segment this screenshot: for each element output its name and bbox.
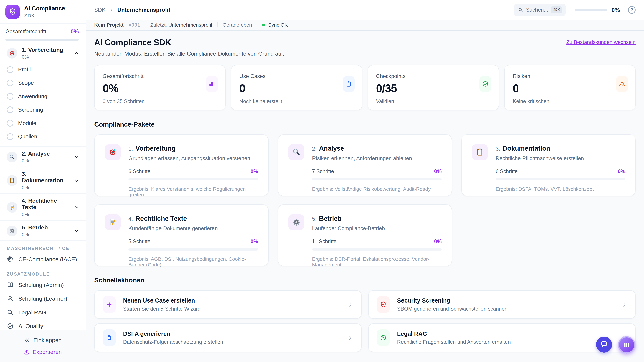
main-area: SDK Unternehmensprofil Suchen... ⌘K 0% ?… [86,0,644,362]
topbar: SDK Unternehmensprofil Suchen... ⌘K 0% ? [86,0,644,20]
package-card-rechtliche-texte[interactable]: 4.Rechtliche Texte Kundenfähige Dokument… [94,204,268,266]
radio-circle-icon [7,120,14,126]
shield-check-icon [5,4,20,19]
chevron-down-icon[interactable] [74,178,80,183]
quick-action-dsfa[interactable]: DSFA generieren Datenschutz-Folgenabscha… [94,324,362,352]
export-button[interactable]: Exportieren [22,347,64,357]
version-badge: V001 [129,22,140,28]
overall-progress-block: Gesamtfortschritt 0% [0,24,86,43]
book-open-icon [7,281,14,289]
overall-progress-value: 0% [70,28,79,35]
sidebar-item-ai-quality[interactable]: AI Quality [0,319,86,330]
chevron-right-icon [347,302,353,308]
chat-bubble-icon [600,341,608,349]
radio-circle-icon [7,106,14,113]
sidebar-item-legal-rag[interactable]: Legal RAG [0,306,86,319]
sidebar-step-profil[interactable]: Profil [0,63,86,76]
sidebar-nav: 1. Vorbereitung 0% Profil Scope [0,43,86,330]
package-progress-bar [312,248,442,251]
collapse-sidebar-button[interactable]: Einklappen [22,335,64,346]
quick-action-security-screening[interactable]: Security Screening SBOM generieren und S… [368,290,636,319]
gear-icon [7,226,18,236]
overall-progress-label: Gesamtfortschritt [5,28,46,34]
package-progress-bar [312,178,442,180]
overall-progress-bar [5,39,79,41]
sidebar: AI Compliance SDK Gesamtfortschritt 0% [0,0,86,362]
package-card-vorbereitung[interactable]: 1.Vorbereitung Grundlagen erfassen, Ausg… [94,134,268,196]
package-progress-bar [128,178,258,180]
chevron-right-icon [621,302,627,308]
chat-fab-button[interactable] [596,337,612,353]
radio-circle-icon [7,133,14,140]
user-icon [7,295,14,302]
chevron-up-icon[interactable] [74,50,80,56]
stat-cards: Gesamtfortschritt 0% 0 von 35 Schritten … [94,65,636,110]
memo-icon [105,214,121,230]
package-card-analyse[interactable]: 2.Analyse Risiken erkennen, Anforderunge… [278,134,452,196]
last-saved-time: Gerade eben [222,22,252,28]
breadcrumb: SDK Unternehmensprofil [94,7,170,13]
package-progress-bar [128,248,258,251]
package-progress-bar [496,178,625,180]
kanban-columns-icon [622,341,630,349]
sidebar-item-ce-compliance[interactable]: CE-Compliance (IACE) [0,252,86,266]
target-icon [105,144,121,160]
stat-card-gesamtfortschritt: Gesamtfortschritt 0% 0 von 35 Schritten [94,65,226,110]
app-subtitle: SDK [24,13,65,18]
check-circle-icon [480,76,491,92]
quick-action-legal-rag[interactable]: Legal RAG Rechtliche Fragen stellen und … [368,324,636,352]
sidebar-item-vorbereitung[interactable]: 1. Vorbereitung 0% [0,43,86,63]
file-text-icon [103,330,116,346]
switch-mode-link[interactable]: Zu Bestandskunden wechseln [566,39,636,45]
quick-action-new-use-case[interactable]: Neuen Use Case erstellen Starten Sie den… [94,290,362,319]
app-title: AI Compliance [24,5,65,12]
sidebar-step-scope[interactable]: Scope [0,76,86,90]
section-label-zusatzmodule: ZUSATZMODULE [0,267,86,278]
alert-triangle-icon [616,76,628,92]
stat-card-use-cases: Use Cases 0 Noch keine erstellt [231,65,362,110]
breadcrumb-sdk[interactable]: SDK [94,7,106,13]
sidebar-item-betrieb[interactable]: 5. Betrieb 0% [0,221,86,241]
last-step-value: Unternehmensprofil [168,22,212,28]
radio-circle-icon [7,66,14,73]
chevron-down-icon[interactable] [74,228,80,234]
plus-icon [103,296,116,313]
stat-card-risiken: Risiken 0 Keine kritischen [504,65,636,110]
chevron-down-icon[interactable] [74,204,80,210]
sidebar-item-schulung-learner[interactable]: Schulung (Learner) [0,292,86,306]
sidebar-step-module[interactable]: Module [0,116,86,130]
sidebar-item-analyse[interactable]: 2. Analyse 0% [0,147,86,167]
clipboard-emoji-icon [472,144,488,160]
package-card-betrieb[interactable]: 5.Betrieb Laufender Compliance-Betrieb 1… [278,204,452,266]
last-step-label: Zuletzt: [150,22,167,28]
header-progress-value: 0% [612,7,620,13]
sidebar-item-label: 1. Vorbereitung [22,46,63,53]
chevron-down-icon[interactable] [74,154,80,160]
quick-actions-title: Schnellaktionen [94,277,636,284]
breadcrumb-current: Unternehmensprofil [118,7,170,13]
sidebar-step-quellen[interactable]: Quellen [0,130,86,143]
sync-status-label: Sync OK [268,22,288,28]
package-card-dokumentation[interactable]: 3.Dokumentation Rechtliche Pflichtnachwe… [461,134,636,196]
divider [217,22,218,27]
sidebar-item-schulung-admin[interactable]: Schulung (Admin) [0,278,86,292]
magnifier-icon [7,152,18,162]
sidebar-item-dokumentation[interactable]: 3. Dokumentation 0% [0,167,86,193]
sidebar-step-screening[interactable]: Screening [0,103,86,116]
target-icon [7,48,18,59]
chevron-right-icon [347,335,353,341]
magnifier-icon [288,144,304,160]
search-input[interactable]: Suchen... ⌘K [514,4,566,16]
cpu-chip-icon [7,256,14,263]
chevrons-left-icon [24,337,30,343]
page-title: AI Compliance SDK [94,37,284,47]
page-subtitle: Neukunden-Modus: Erstellen Sie alle Comp… [94,51,284,57]
sidebar-step-anwendung[interactable]: Anwendung [0,90,86,103]
kanban-fab-button[interactable] [618,336,635,354]
help-icon[interactable]: ? [628,6,636,14]
sidebar-item-rechtliche-texte[interactable]: 4. Rechtliche Texte 0% [0,194,86,220]
radio-circle-icon [7,93,14,100]
page-content: AI Compliance SDK Neukunden-Modus: Erste… [86,30,644,362]
search-icon [518,7,523,12]
app-logo-block: AI Compliance SDK [0,0,86,24]
